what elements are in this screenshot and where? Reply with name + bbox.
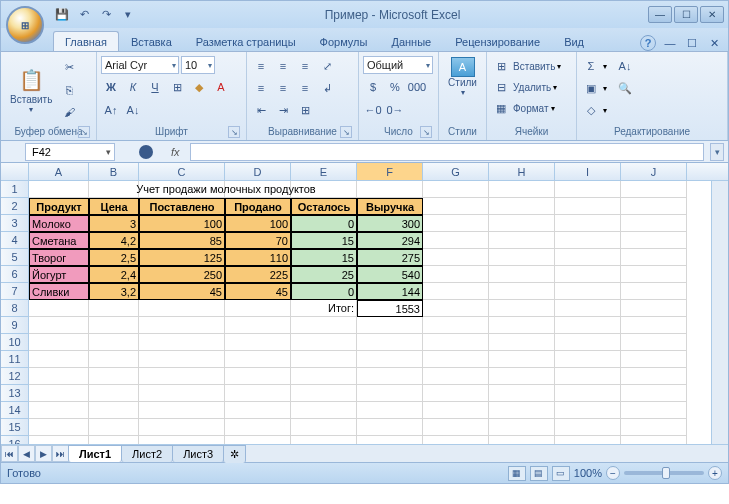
cell[interactable]: Выручка [357, 198, 423, 215]
find-select-icon[interactable]: 🔍 [615, 78, 635, 98]
sheet-tab[interactable]: Лист2 [121, 445, 173, 462]
orientation-icon[interactable]: ⤢ [317, 56, 337, 76]
cell[interactable] [423, 402, 489, 419]
cell[interactable] [89, 368, 139, 385]
cell[interactable]: Цена [89, 198, 139, 215]
increase-indent-icon[interactable]: ⇥ [273, 100, 293, 120]
increase-decimal-icon[interactable]: ←0 [363, 100, 383, 120]
clipboard-launcher-icon[interactable]: ↘ [78, 126, 90, 138]
comma-icon[interactable]: 000 [407, 77, 427, 97]
cut-icon[interactable]: ✂ [59, 58, 79, 78]
underline-button[interactable]: Ч [145, 77, 165, 97]
currency-icon[interactable]: $ [363, 77, 383, 97]
cell[interactable]: Поставлено [139, 198, 225, 215]
cell[interactable] [555, 436, 621, 444]
mdi-close-icon[interactable]: ✕ [706, 35, 722, 51]
mdi-minimize-icon[interactable]: — [662, 35, 678, 51]
cell[interactable]: 45 [225, 283, 291, 300]
cell[interactable] [555, 419, 621, 436]
column-header[interactable]: I [555, 163, 621, 180]
alignment-launcher-icon[interactable]: ↘ [340, 126, 352, 138]
zoom-slider[interactable] [624, 471, 704, 475]
fill-icon[interactable]: ▣ [581, 78, 601, 98]
border-button[interactable]: ⊞ [167, 77, 187, 97]
fill-color-button[interactable]: ◆ [189, 77, 209, 97]
column-header[interactable]: D [225, 163, 291, 180]
cell[interactable] [489, 436, 555, 444]
sheet-tab[interactable]: Лист3 [172, 445, 224, 462]
cell[interactable] [489, 351, 555, 368]
paste-button[interactable]: 📋 Вставить ▾ [5, 63, 57, 117]
cell[interactable] [423, 419, 489, 436]
cell[interactable] [423, 283, 489, 300]
cell[interactable]: Итог: [291, 300, 357, 317]
minimize-button[interactable]: — [648, 6, 672, 23]
cell[interactable] [555, 385, 621, 402]
name-box[interactable]: F42▾ [25, 143, 115, 161]
maximize-button[interactable]: ☐ [674, 6, 698, 23]
cell[interactable] [423, 334, 489, 351]
cell[interactable] [555, 334, 621, 351]
cell[interactable] [621, 215, 687, 232]
cell[interactable]: 45 [139, 283, 225, 300]
column-header[interactable]: A [29, 163, 89, 180]
cell[interactable] [29, 368, 89, 385]
cell[interactable]: Продукт [29, 198, 89, 215]
cell[interactable]: 540 [357, 266, 423, 283]
cell[interactable]: 85 [139, 232, 225, 249]
cell[interactable] [489, 402, 555, 419]
save-icon[interactable]: 💾 [53, 6, 71, 24]
row-header[interactable]: 1 [1, 181, 28, 198]
row-header[interactable]: 10 [1, 334, 28, 351]
normal-view-icon[interactable]: ▦ [508, 466, 526, 481]
cell[interactable] [29, 436, 89, 444]
decrease-decimal-icon[interactable]: 0→ [385, 100, 405, 120]
new-sheet-icon[interactable]: ✲ [223, 445, 246, 463]
cell[interactable] [225, 368, 291, 385]
page-layout-view-icon[interactable]: ▤ [530, 466, 548, 481]
row-header[interactable]: 16 [1, 436, 28, 444]
cell[interactable]: 15 [291, 232, 357, 249]
cell[interactable] [555, 351, 621, 368]
sheet-tab[interactable]: Лист1 [68, 445, 122, 462]
tab-data[interactable]: Данные [379, 31, 443, 51]
row-header[interactable]: 2 [1, 198, 28, 215]
cell[interactable] [621, 266, 687, 283]
cell[interactable]: Творог [29, 249, 89, 266]
cell[interactable]: Йогурт [29, 266, 89, 283]
cell[interactable] [489, 283, 555, 300]
cell[interactable] [423, 198, 489, 215]
cell[interactable] [621, 232, 687, 249]
cell[interactable] [621, 317, 687, 334]
cell[interactable] [89, 317, 139, 334]
tab-formulas[interactable]: Формулы [308, 31, 380, 51]
tab-home[interactable]: Главная [53, 31, 119, 51]
cell[interactable] [489, 334, 555, 351]
cell[interactable] [489, 215, 555, 232]
cell[interactable]: 0 [291, 215, 357, 232]
cell[interactable] [423, 436, 489, 444]
cell[interactable] [489, 300, 555, 317]
shrink-font-icon[interactable]: A↓ [123, 100, 143, 120]
cell[interactable] [29, 385, 89, 402]
cell[interactable] [89, 436, 139, 444]
select-all-corner[interactable] [1, 163, 29, 180]
cell[interactable]: 275 [357, 249, 423, 266]
merge-cells-icon[interactable]: ⊞ [295, 100, 315, 120]
cell[interactable] [139, 317, 225, 334]
cell[interactable] [423, 317, 489, 334]
cell[interactable] [357, 317, 423, 334]
cell[interactable] [291, 351, 357, 368]
zoom-in-icon[interactable]: + [708, 466, 722, 480]
close-button[interactable]: ✕ [700, 6, 724, 23]
cell[interactable] [225, 419, 291, 436]
column-header[interactable]: C [139, 163, 225, 180]
row-header[interactable]: 4 [1, 232, 28, 249]
cell[interactable] [29, 300, 89, 317]
italic-button[interactable]: К [123, 77, 143, 97]
cell[interactable] [225, 402, 291, 419]
vertical-scrollbar[interactable] [711, 181, 728, 444]
row-header[interactable]: 14 [1, 402, 28, 419]
cell[interactable] [423, 351, 489, 368]
font-name-combo[interactable]: Arial Cyr▾ [101, 56, 179, 74]
